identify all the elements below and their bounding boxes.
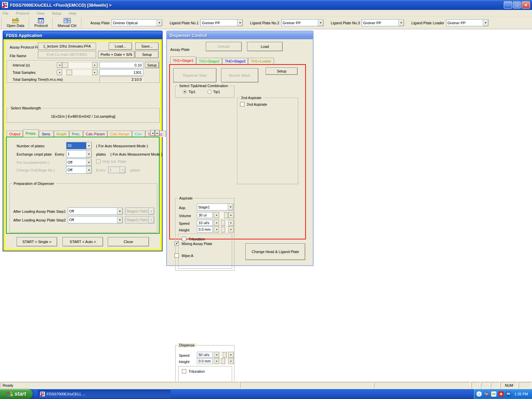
scroll-left-icon[interactable] (57, 69, 62, 75)
after-loading-step2-combo[interactable]: Off (68, 216, 123, 223)
start-auto-button[interactable]: START < Auto > (63, 237, 103, 246)
dropdown-arrow-icon[interactable] (398, 20, 404, 26)
hidden-icons-chevron[interactable] (476, 391, 482, 397)
dropdown-arrow-icon[interactable] (117, 216, 122, 223)
dispense-speed-scrollbar[interactable] (214, 352, 234, 358)
dropdown-arrow-icon[interactable] (157, 20, 162, 26)
tip2-radio-row[interactable]: Tip1 (207, 90, 220, 94)
tab-th1-loader[interactable]: TH1+Loader (248, 58, 274, 64)
dispenser-setup-button[interactable]: Setup (266, 67, 298, 75)
start-single-button[interactable]: START < Single > (17, 237, 57, 246)
dropdown-arrow-icon[interactable] (237, 20, 242, 26)
scroll-left-icon[interactable] (214, 212, 219, 218)
interval-setup-button[interactable]: Setup (145, 62, 159, 68)
mixing-assay-plate-checkbox[interactable] (175, 241, 179, 246)
tab-th1-stage2[interactable]: TH1+Stage2 (196, 58, 222, 64)
aspirate-volume-thumb[interactable] (224, 212, 228, 218)
tab-scroll-right-button[interactable] (155, 130, 160, 136)
tab-proc[interactable]: Proc. (69, 131, 83, 137)
close-dialog-button[interactable]: Close (108, 237, 149, 246)
save-button[interactable]: Save... (135, 43, 159, 50)
minimize-button[interactable] (504, 1, 512, 9)
scroll-right-icon[interactable] (228, 358, 234, 364)
dropdown-arrow-icon[interactable] (86, 167, 91, 173)
dispense-trituration-row[interactable]: Trituration (182, 369, 205, 373)
scroll-right-icon[interactable] (92, 69, 97, 75)
start-button[interactable]: start (0, 389, 33, 399)
mixing-assay-plate-row[interactable]: Mixing Assay Plate (175, 241, 212, 246)
pre-incubation-combo[interactable]: Off (66, 159, 92, 166)
ligand-plate-2-combo[interactable]: Greiner PP (281, 19, 324, 26)
v2-status-icon[interactable]: V2 (491, 391, 496, 397)
tip2-radio[interactable] (207, 90, 211, 94)
aspirate-height-scrollbar[interactable] (214, 226, 234, 232)
scroll-left-icon[interactable] (214, 226, 219, 232)
scroll-left-icon[interactable] (214, 220, 219, 226)
filename-setup-button[interactable]: Setup (135, 51, 159, 58)
interval-scroll-thumb[interactable] (62, 63, 68, 68)
aspirate-volume-scrollbar[interactable] (214, 212, 234, 218)
tab-graph[interactable]: Graph (54, 131, 69, 137)
wipe-row[interactable]: Wipe:A (175, 253, 193, 258)
taskbar-task-button[interactable]: FDSS7000EX/uCELL ... (38, 390, 171, 398)
red-utility-icon[interactable] (498, 391, 504, 397)
number-of-plates-combo[interactable]: 20 (66, 142, 92, 149)
aspirate-volume-input[interactable]: 30 ul (197, 212, 213, 218)
prefix-date-sn-button[interactable]: Prefix + Date + S/N (98, 51, 135, 58)
second-aspirate-row[interactable]: 2nd Aspirate (240, 102, 267, 106)
change-out-combo[interactable]: Off (66, 166, 92, 174)
tab-th1-stage1[interactable]: TH1+Stage1 (170, 57, 196, 64)
exchange-cmpd-combo[interactable]: 1 (66, 150, 92, 158)
aspirate-height-input[interactable]: 0.0 mm (197, 226, 213, 232)
dropdown-arrow-icon[interactable] (86, 159, 91, 166)
dropdown-arrow-icon[interactable] (228, 204, 233, 210)
tab-sens[interactable]: Sens. (39, 131, 54, 137)
dropdown-arrow-icon[interactable] (318, 20, 323, 26)
scroll-right-icon[interactable] (228, 226, 234, 232)
total-samples-input[interactable]: 1301 (99, 69, 143, 75)
protocol-button[interactable]: Protocol (32, 17, 50, 29)
dispense-speed-thumb[interactable] (223, 352, 227, 358)
ligand-plate-loader-combo[interactable]: Greiner PP (446, 19, 488, 26)
aspirate-speed-scrollbar[interactable] (214, 220, 234, 226)
dispense-height-input[interactable]: 0.0 mm (197, 358, 213, 364)
dispense-speed-input[interactable]: 50 ul/s (197, 352, 213, 358)
dropdown-arrow-icon[interactable] (86, 151, 91, 157)
tip1-radio-row[interactable]: Tip1 (183, 90, 196, 94)
interval-input[interactable]: 0.10 (99, 62, 143, 68)
aspirate-speed-thumb[interactable] (221, 220, 225, 226)
after-loading-step1-combo[interactable]: Off (68, 207, 123, 215)
dropdown-arrow-icon[interactable] (483, 20, 488, 26)
ligand-plate-1-combo[interactable]: Greiner PP (200, 19, 243, 26)
scroll-left-icon[interactable] (57, 62, 62, 68)
scroll-right-icon[interactable] (228, 220, 234, 226)
dropdown-arrow-icon[interactable] (86, 142, 91, 149)
dropdown-arrow-icon[interactable] (117, 208, 122, 214)
tab-scroll-left-button[interactable] (150, 130, 155, 136)
tab-calc-range[interactable]: Calc.Range (107, 131, 132, 137)
aspirate-speed-input[interactable]: 10 ul/s (197, 220, 213, 226)
asp-combo[interactable]: Stage1 (197, 203, 233, 210)
display-settings-icon[interactable] (506, 391, 511, 397)
wipe-checkbox[interactable] (175, 253, 179, 258)
aspirate-height-thumb[interactable] (221, 227, 225, 232)
assay-plate-combo[interactable]: Greiner Optical (112, 19, 162, 26)
scroll-left-icon[interactable] (214, 352, 219, 358)
close-button[interactable] (522, 1, 530, 9)
tab-th2-stage3[interactable]: TH2+Stage3 (222, 58, 248, 64)
open-data-button[interactable]: Open Data (4, 17, 27, 29)
dispenser-title-bar[interactable]: Dispenser Control (167, 31, 313, 39)
dispense-trituration-checkbox[interactable] (182, 369, 186, 373)
aspirate-trituration-row[interactable]: Trituration (182, 237, 205, 241)
scroll-left-icon[interactable] (214, 358, 219, 364)
second-aspirate-checkbox[interactable] (240, 102, 244, 106)
dispense-height-thumb[interactable] (221, 358, 225, 364)
scroll-right-icon[interactable] (228, 212, 234, 218)
total-samples-scroll-thumb[interactable] (66, 70, 72, 75)
total-samples-scrollbar[interactable] (57, 69, 97, 75)
dispenser-load-button[interactable]: Load (247, 42, 283, 51)
tab-calc-param[interactable]: Calc.Param (83, 131, 107, 137)
manual-ctrl-button[interactable]: Manual Ctrl (55, 17, 79, 29)
dispense-height-scrollbar[interactable] (214, 358, 234, 364)
aspirate-trituration-checkbox[interactable] (182, 237, 186, 241)
